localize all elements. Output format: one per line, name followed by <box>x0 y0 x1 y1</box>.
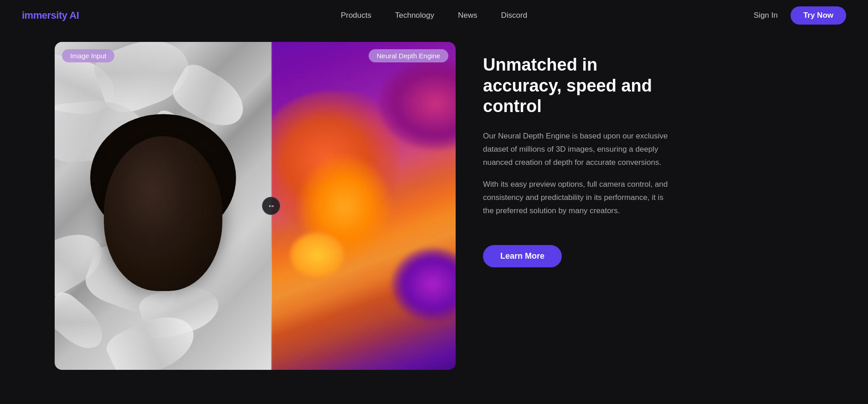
nav-link-technology[interactable]: Technology <box>395 11 434 20</box>
depth-blob <box>392 248 456 321</box>
image-input-panel <box>55 42 271 370</box>
nav-right: Sign In Try Now <box>754 6 846 25</box>
navbar: immersity AI Products Technology News Di… <box>0 0 868 31</box>
depth-blob <box>290 232 344 278</box>
nav-link-discord[interactable]: Discord <box>501 11 528 20</box>
image-input-label: Image Input <box>62 49 114 62</box>
content-panel: Unmatched in accuracy, speed and control… <box>483 42 674 267</box>
depth-map-panel <box>271 42 456 370</box>
nav-links: Products Technology News Discord <box>341 11 527 20</box>
content-para-2: With its easy preview options, full came… <box>483 178 674 218</box>
try-now-button[interactable]: Try Now <box>791 6 846 25</box>
neural-depth-label: Neural Depth Engine <box>369 49 448 62</box>
content-para-1: Our Neural Depth Engine is based upon ou… <box>483 130 674 169</box>
content-heading: Unmatched in accuracy, speed and control <box>483 55 674 117</box>
image-compare-widget[interactable]: ↔ Image Input Neural Depth Engine <box>55 42 456 370</box>
sign-in-button[interactable]: Sign In <box>754 11 778 20</box>
nav-link-products[interactable]: Products <box>341 11 371 20</box>
compare-divider-handle[interactable]: ↔ <box>262 197 280 215</box>
learn-more-button[interactable]: Learn More <box>483 245 562 267</box>
brand-logo[interactable]: immersity AI <box>22 10 79 21</box>
brand-suffix: AI <box>67 10 79 21</box>
nav-link-news[interactable]: News <box>458 11 478 20</box>
face-silhouette <box>104 136 222 291</box>
main-section: ↔ Image Input Neural Depth Engine Unmatc… <box>0 31 868 404</box>
brand-name-main: immersity <box>22 10 67 21</box>
